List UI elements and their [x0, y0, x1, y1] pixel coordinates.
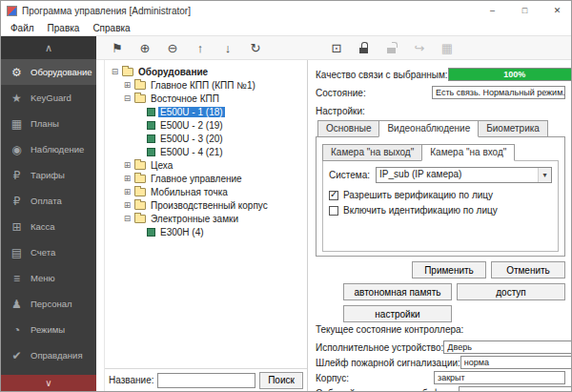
tree-node-label: Главное КПП (КПП №1): [149, 80, 257, 91]
sidebar-item-tariffs[interactable]: ₽ Тарифы: [1, 162, 96, 188]
tab-video[interactable]: Видеонаблюдение: [378, 120, 479, 137]
sidebar-item-label: Тарифы: [31, 170, 65, 180]
tab-main[interactable]: Основные: [317, 120, 379, 137]
new-object-icon[interactable]: ⚑: [110, 40, 125, 55]
tree-expander[interactable]: ⊟: [123, 215, 132, 223]
sidebar-item-personnel[interactable]: ♟ Персонал: [1, 291, 96, 317]
tree-node-icon: [134, 188, 146, 196]
move-down-icon[interactable]: ↓: [220, 40, 235, 55]
tree-node-icon: [147, 108, 155, 116]
checkbox[interactable]: [329, 206, 338, 216]
controller-row-value: нет: [459, 386, 571, 391]
controller-row-label: Событий в автономном буфере:: [316, 388, 459, 392]
checkbox-row[interactable]: Разрешить верификацию по лицу: [329, 190, 552, 200]
tree-node[interactable]: ⊞ Главное управление: [107, 172, 305, 185]
sidebar-item-payment[interactable]: ₽ Оплата: [1, 188, 96, 214]
search-button[interactable]: Поиск: [259, 372, 303, 389]
tree-node[interactable]: E500U - 4 (21): [107, 145, 305, 158]
system-select[interactable]: IP_sub (IP камера) ▾: [376, 167, 552, 183]
apply-button[interactable]: Применить: [412, 261, 486, 279]
search-input[interactable]: [157, 373, 255, 388]
tree-expander[interactable]: ⊞: [123, 81, 132, 90]
unlock-icon[interactable]: [384, 40, 399, 55]
tree-node[interactable]: ⊞ Мобильная точка: [107, 185, 305, 198]
tree-expander[interactable]: ⊞: [123, 161, 132, 170]
sidebar-item-icon: ⚙: [10, 67, 24, 78]
tree-node-icon: [134, 81, 146, 90]
camera-tabs: Камера "на выход" Камера "на вход": [322, 144, 559, 161]
controller-state-row: Исполнительное устройство: Дверь: [316, 340, 565, 354]
tree-expander[interactable]: ⊟: [111, 68, 119, 76]
close-button[interactable]: ✕: [543, 1, 571, 20]
tab-camera-entry[interactable]: Камера "на вход": [421, 144, 515, 161]
tree-node-icon: [122, 68, 133, 76]
sidebar-item-plans[interactable]: ▦ Планы: [1, 111, 96, 136]
sidebar-item-label: KeyGuard: [31, 93, 72, 103]
tree-node[interactable]: ⊞ Цеха: [107, 158, 305, 172]
tab-biometrics[interactable]: Биометрика: [478, 120, 548, 137]
workspace: ⊟ Оборудование ⊞ Главное КПП (КПП №1): [96, 60, 571, 391]
cancel-button[interactable]: Отменить: [491, 261, 565, 279]
controller-row-label: Исполнительное устройство:: [316, 342, 443, 353]
lock-icon[interactable]: [357, 40, 372, 55]
tree-node[interactable]: E300H (4): [107, 225, 305, 238]
tree-expander[interactable]: ⊞: [123, 188, 132, 196]
table-icon[interactable]: ▦: [439, 40, 455, 55]
sidebar-item-modes[interactable]: ◔ Режимы: [1, 317, 96, 342]
sidebar-collapse-button[interactable]: ∧: [1, 36, 96, 59]
refresh-icon[interactable]: ↻: [248, 40, 263, 55]
settings-button-row: настройки: [316, 305, 565, 322]
sidebar-item-menu[interactable]: ≡ Меню: [1, 265, 96, 291]
sidebar-item-equipment[interactable]: ⚙ Оборудование: [1, 59, 96, 85]
tree-node[interactable]: E500U - 1 (18): [107, 105, 305, 118]
tree-expander[interactable]: ⊞: [123, 175, 132, 183]
system-row: Система: IP_sub (IP камера) ▾: [329, 167, 552, 183]
tree-node[interactable]: ⊟ Электронные замки: [107, 212, 305, 225]
maximize-button[interactable]: □: [511, 1, 539, 20]
tree-expander[interactable]: ⊞: [123, 201, 132, 210]
tab-camera-exit[interactable]: Камера "на выход": [322, 144, 422, 161]
access-button[interactable]: доступ: [457, 283, 565, 300]
remove-icon[interactable]: ⊖: [165, 40, 180, 55]
settings-tabs: Основные Видеонаблюдение Биометрика: [316, 120, 565, 137]
device-tree-panel: ⊟ Оборудование ⊞ Главное КПП (КПП №1): [104, 60, 308, 391]
menu-file[interactable]: Файл: [5, 22, 40, 34]
sidebar-item-cashdesk[interactable]: ⊞ Касса: [1, 214, 96, 239]
sidebar-item-icon: ✔: [10, 350, 24, 361]
autonomous-memory-button[interactable]: автономная память: [343, 283, 452, 300]
tree-node[interactable]: ⊞ Производственный корпус: [107, 198, 305, 212]
settings-button[interactable]: настройки: [343, 305, 452, 322]
sidebar-item-keyguard[interactable]: ★ KeyGuard: [1, 85, 96, 111]
add-icon[interactable]: ⊕: [137, 40, 153, 55]
menu-edit[interactable]: Правка: [42, 22, 86, 34]
sidebar-item-justifications[interactable]: ✔ Оправдания: [1, 342, 96, 368]
tree-node[interactable]: ⊟ Восточное КПП: [107, 92, 305, 105]
apply-cancel-row: Применить Отменить: [316, 261, 565, 279]
state-row: Состояние: Есть связь. Нормальный режим.: [316, 86, 565, 99]
tree-node-icon: [147, 148, 155, 156]
entry-icon[interactable]: ↪: [412, 40, 427, 55]
tree-expander[interactable]: ⊟: [123, 94, 132, 103]
main-area: ∧ ⚙ Оборудование ★ KeyGuard ▦: [1, 36, 571, 391]
checkbox[interactable]: [329, 191, 338, 200]
tree-node[interactable]: ⊟ Оборудование: [107, 65, 305, 78]
tree-node-label: Цеха: [149, 160, 174, 171]
controller-row-value: норма: [460, 356, 571, 369]
tree-node[interactable]: E500U - 3 (20): [107, 132, 305, 145]
minimize-button[interactable]: –: [479, 1, 506, 20]
move-up-icon[interactable]: ↑: [193, 40, 208, 55]
tree-node[interactable]: ⊞ Главное КПП (КПП №1): [107, 78, 305, 92]
tree-node[interactable]: E500U - 2 (19): [107, 118, 305, 132]
sidebar-item-icon: ◉: [10, 144, 24, 155]
sidebar-item-accounts[interactable]: ▤ Счета: [1, 239, 96, 265]
sidebar-item-label: Касса: [31, 221, 55, 232]
menu-help[interactable]: Справка: [87, 22, 135, 34]
import-icon[interactable]: ⊡: [329, 40, 344, 55]
details-panel: Качество связи с выбранным: 100% Состоян…: [308, 60, 571, 391]
sidebar-item-label: Оплата: [31, 196, 62, 206]
sidebar-item-monitoring[interactable]: ◉ Наблюдение: [1, 136, 96, 162]
controller-state-rows: Исполнительное устройство: Дверь Шлейф п…: [316, 339, 565, 391]
sidebar-scroll-down-button[interactable]: ∨: [1, 375, 96, 391]
tree-search-row: Название: Поиск: [105, 368, 307, 391]
checkbox-row[interactable]: Включить идентификацию по лицу: [329, 205, 552, 216]
